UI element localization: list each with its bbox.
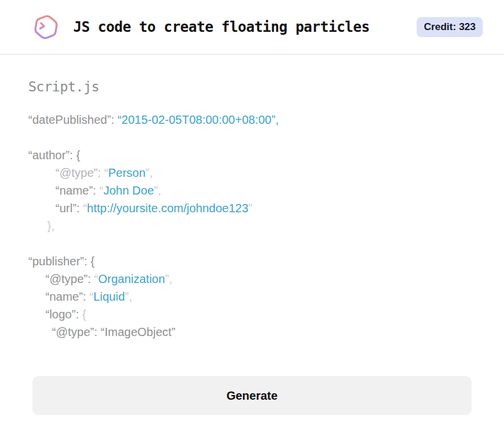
code-segment: }, (47, 219, 54, 232)
code-segment: Organization (98, 272, 165, 285)
code-segment: ” (248, 202, 253, 215)
code-line: “url”: “http://yoursite.com/johndoe123” (28, 199, 476, 217)
credit-badge: Credit: 323 (417, 17, 483, 37)
code-segment: “url”: (55, 202, 83, 215)
code-segment: “@type”: “ImageObject” (52, 325, 175, 338)
header: JS code to create floating particles Cre… (0, 0, 504, 55)
code-line: “publisher”: { (28, 252, 476, 270)
code-segment: ”, (165, 272, 172, 285)
app-window: JS code to create floating particles Cre… (0, 0, 504, 415)
generate-button[interactable]: Generate (32, 376, 472, 415)
main-content: Script.js “datePublished”: “2015-02-05T0… (0, 79, 504, 415)
code-segment: ”, (154, 184, 161, 197)
code-segment: http://yoursite.com/johndoe123 (87, 202, 248, 215)
code-segment: “@type”: (55, 166, 104, 179)
code-segment: ”, (125, 290, 132, 303)
code-area: “datePublished”: “2015-02-05T08:00:00+08… (28, 111, 476, 341)
code-line: “name”: “Liquid”, (28, 288, 476, 305)
code-segment: “author”: { (28, 149, 80, 162)
code-segment: “logo”: (45, 308, 82, 321)
code-segment: Liquid (93, 290, 125, 303)
code-line: “@type”: “ImageObject” (28, 323, 476, 341)
terminal-prompt-hexagon-icon (32, 13, 60, 41)
code-line: }, (28, 217, 476, 235)
code-segment: “@type”: (45, 272, 94, 285)
code-segment: “publisher”: { (28, 255, 94, 268)
code-segment: “2015-02-05T08:00:00+08:00”, (117, 113, 279, 126)
code-segment: “name”: (55, 184, 99, 197)
code-blank-line (28, 235, 476, 252)
code-line: “author”: { (28, 146, 476, 164)
code-line: “logo”: { (28, 305, 476, 323)
script-filename: Script.js (28, 79, 476, 94)
code-segment: John Doe (103, 184, 154, 197)
page-title: JS code to create floating particles (73, 19, 369, 35)
code-line: “@type”: “Organization”, (28, 270, 476, 288)
code-line: “name”: “John Doe”, (28, 182, 476, 199)
code-segment: “name”: (45, 290, 89, 303)
code-segment: ”, (146, 166, 153, 179)
code-line: “datePublished”: “2015-02-05T08:00:00+08… (28, 111, 476, 129)
code-segment: { (82, 308, 86, 321)
code-segment: “datePublished”: (28, 113, 117, 126)
code-segment: Person (108, 166, 145, 179)
code-blank-line (28, 129, 476, 146)
code-line: “@type”: “Person”, (28, 164, 476, 182)
